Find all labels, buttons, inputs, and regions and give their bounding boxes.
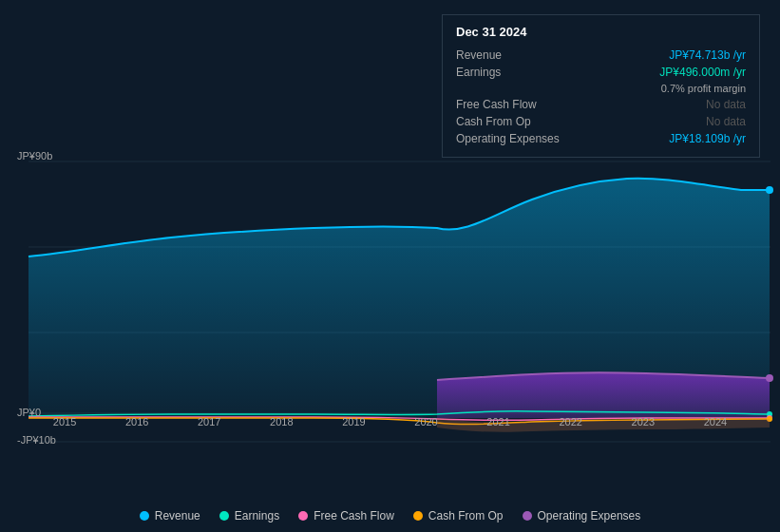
tooltip-label-revenue: Revenue	[456, 48, 502, 62]
tooltip-label-cashfromop: Cash From Op	[456, 115, 531, 128]
x-labels: 2015 2016 2017 2018 2019 2020 2021 2022 …	[0, 416, 780, 428]
tooltip-box: Dec 31 2024 Revenue JP¥74.713b /yr Earni…	[442, 14, 760, 158]
tooltip-row-margin: 0.7% profit margin	[456, 81, 746, 96]
tooltip-row-opex: Operating Expenses JP¥18.109b /yr	[456, 130, 746, 147]
x-label-2017: 2017	[198, 416, 220, 428]
legend: Revenue Earnings Free Cash Flow Cash Fro…	[0, 509, 780, 522]
tooltip-row-revenue: Revenue JP¥74.713b /yr	[456, 47, 746, 64]
x-label-2024: 2024	[704, 416, 727, 428]
svg-point-5	[766, 186, 773, 194]
x-label-2020: 2020	[414, 416, 437, 428]
legend-label-opex: Operating Expenses	[538, 509, 641, 522]
legend-dot-cashfromop	[413, 511, 423, 521]
x-label-2019: 2019	[342, 416, 365, 428]
svg-point-6	[766, 374, 773, 382]
tooltip-date: Dec 31 2024	[456, 25, 746, 39]
y-label-top: JP¥90b	[17, 150, 52, 162]
tooltip-label-fcf: Free Cash Flow	[456, 98, 537, 111]
tooltip-value-earnings: JP¥496.000m /yr	[659, 66, 746, 79]
tooltip-row-cashfromop: Cash From Op No data	[456, 113, 746, 130]
legend-label-cashfromop: Cash From Op	[428, 509, 504, 522]
legend-dot-revenue	[140, 511, 149, 521]
legend-dot-opex	[523, 511, 532, 521]
legend-item-revenue[interactable]: Revenue	[140, 509, 200, 522]
tooltip-value-fcf: No data	[706, 98, 746, 111]
tooltip-label-opex: Operating Expenses	[456, 132, 560, 145]
tooltip-row-fcf: Free Cash Flow No data	[456, 96, 746, 113]
x-label-2022: 2022	[559, 416, 581, 428]
x-label-2016: 2016	[125, 416, 148, 428]
tooltip-value-cashfromop: No data	[706, 115, 746, 128]
tooltip-row-earnings: Earnings JP¥496.000m /yr	[456, 64, 746, 81]
x-label-2021: 2021	[486, 416, 509, 428]
legend-dot-fcf	[298, 511, 308, 521]
legend-item-cashfromop[interactable]: Cash From Op	[413, 509, 504, 522]
tooltip-profit-margin: 0.7% profit margin	[661, 83, 746, 94]
tooltip-label-earnings: Earnings	[456, 66, 501, 79]
legend-item-fcf[interactable]: Free Cash Flow	[298, 509, 394, 522]
x-label-2023: 2023	[632, 416, 655, 428]
tooltip-value-opex: JP¥18.109b /yr	[669, 132, 746, 145]
legend-label-fcf: Free Cash Flow	[314, 509, 394, 522]
x-label-2018: 2018	[270, 416, 293, 428]
legend-label-earnings: Earnings	[235, 509, 279, 522]
tooltip-value-revenue: JP¥74.713b /yr	[669, 48, 746, 62]
legend-item-earnings[interactable]: Earnings	[219, 509, 279, 522]
legend-dot-earnings	[219, 511, 229, 521]
legend-label-revenue: Revenue	[155, 509, 200, 522]
x-label-2015: 2015	[53, 416, 76, 428]
y-label-neg: -JP¥10b	[17, 434, 56, 446]
legend-item-opex[interactable]: Operating Expenses	[523, 509, 641, 522]
